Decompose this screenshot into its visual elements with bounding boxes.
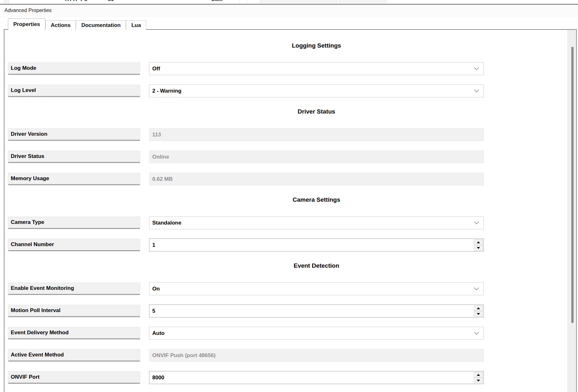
channel-number-label: Channel Number — [8, 239, 140, 250]
clipped-divider — [240, 0, 240, 3]
section-header-driver-status: Driver Status — [149, 108, 484, 115]
memory-usage-readonly-field: 0.62 MB — [149, 173, 484, 186]
property-row: Camera TypeStandalone — [8, 216, 576, 229]
clipped-cell — [339, 0, 386, 3]
properties-form: Logging SettingsLog ModeOffLog Level2 - … — [4, 42, 576, 392]
event-delivery-method-label: Event Delivery Method — [8, 327, 140, 338]
triangle-down-icon — [477, 313, 480, 315]
field-value: Off — [149, 66, 160, 72]
section-header-event-detection: Event Detection — [149, 262, 484, 270]
driver-status-readonly-field: Online — [149, 150, 484, 163]
tab-properties[interactable]: Properties — [8, 18, 45, 30]
chevron-down-icon — [474, 89, 479, 92]
channel-number-spinner[interactable]: 1 — [149, 238, 484, 252]
section-header-logging-settings: Logging Settings — [149, 42, 484, 49]
property-row: Driver Version113 — [8, 128, 576, 141]
spinner-buttons — [474, 239, 483, 251]
dialog-header: Advanced Properties — [0, 5, 578, 17]
triangle-up-icon — [477, 307, 480, 309]
property-row: Enable Event MonitoringOn — [8, 282, 576, 295]
clipped-text-fragment: HTTP Po — [65, 0, 88, 3]
property-row: Active Event MethodONVIF Push (port 4865… — [8, 349, 576, 362]
spin-up-button[interactable] — [474, 305, 483, 311]
log-mode-dropdown[interactable]: Off — [149, 62, 484, 75]
clipped-cell — [260, 0, 337, 3]
dialog-title: Advanced Properties — [4, 8, 52, 13]
enable-event-monitoring-label: Enable Event Monitoring — [8, 283, 140, 294]
onvif-port-spinner[interactable]: 8000 — [149, 371, 484, 384]
field-value: Auto — [149, 330, 165, 336]
spin-down-button[interactable] — [474, 311, 483, 317]
spin-down-button[interactable] — [474, 378, 483, 383]
motion-poll-interval-label: Motion Poll Interval — [8, 305, 140, 316]
triangle-up-icon — [477, 241, 480, 243]
event-delivery-method-dropdown[interactable]: Auto — [149, 327, 484, 340]
property-row: Driver StatusOnline — [8, 150, 576, 163]
section-header-camera-settings: Camera Settings — [149, 196, 484, 204]
tab-documentation[interactable]: Documentation — [76, 20, 126, 30]
chevron-down-icon — [474, 287, 479, 290]
spin-down-button[interactable] — [474, 245, 483, 251]
memory-usage-label: Memory Usage — [8, 173, 140, 184]
clipped-divider — [247, 0, 247, 3]
log-level-label: Log Level — [8, 85, 140, 96]
property-row: Motion Poll Interval5 — [8, 304, 576, 317]
field-value: 1 — [149, 242, 155, 248]
tab-actions[interactable]: Actions — [45, 20, 76, 30]
clipped-row-behind-dialog: HTTP Po 80 Cate — [0, 0, 578, 3]
field-value: Standalone — [149, 220, 181, 226]
field-value: On — [149, 286, 160, 292]
active-event-method-readonly-field: ONVIF Push (port 48656) — [149, 349, 484, 362]
triangle-down-icon — [477, 247, 480, 249]
field-value: 5 — [149, 308, 155, 314]
clipped-text-fragment: 80 — [108, 0, 114, 3]
field-value: 8000 — [149, 375, 164, 381]
field-value: 0.62 MB — [149, 176, 173, 182]
motion-poll-interval-spinner[interactable]: 5 — [149, 304, 484, 317]
driver-version-label: Driver Version — [8, 128, 140, 140]
property-row: Log ModeOff — [8, 62, 576, 75]
spin-up-button[interactable] — [474, 372, 483, 377]
tab-lua[interactable]: Lua — [126, 20, 146, 30]
spinner-buttons — [474, 372, 483, 383]
property-row: Memory Usage0.62 MB — [8, 173, 576, 186]
field-value: 113 — [149, 132, 161, 138]
properties-panel: Logging SettingsLog ModeOffLog Level2 - … — [4, 29, 577, 392]
chevron-down-icon — [474, 67, 479, 70]
driver-version-readonly-field: 113 — [149, 128, 484, 141]
clipped-cell — [4, 0, 9, 3]
triangle-up-icon — [477, 374, 480, 376]
camera-type-dropdown[interactable]: Standalone — [149, 216, 484, 229]
property-row: ONVIF Port8000 — [8, 371, 576, 384]
chevron-down-icon — [474, 332, 479, 335]
triangle-down-icon — [477, 380, 480, 382]
active-event-method-label: Active Event Method — [8, 349, 140, 361]
log-mode-label: Log Mode — [8, 62, 140, 74]
chevron-down-icon — [474, 221, 479, 224]
clipped-text-fragment: Cate — [211, 0, 223, 3]
field-value: 2 - Warning — [149, 88, 181, 94]
tab-bar: Properties Actions Documentation Lua — [8, 18, 146, 30]
field-value: Online — [149, 154, 169, 160]
property-row: Channel Number1 — [8, 238, 576, 252]
vertical-scrollbar[interactable] — [567, 30, 576, 392]
property-row: Event Delivery MethodAuto — [8, 327, 576, 340]
scrollbar-thumb[interactable] — [571, 47, 574, 323]
spinner-buttons — [474, 305, 483, 317]
onvif-port-label: ONVIF Port — [8, 371, 140, 383]
log-level-dropdown[interactable]: 2 - Warning — [149, 84, 484, 97]
spin-up-button[interactable] — [474, 239, 483, 245]
field-value: ONVIF Push (port 48656) — [149, 352, 215, 359]
driver-status-label: Driver Status — [8, 151, 140, 162]
camera-type-label: Camera Type — [8, 217, 140, 228]
enable-event-monitoring-dropdown[interactable]: On — [149, 282, 484, 295]
property-row: Log Level2 - Warning — [8, 84, 576, 97]
